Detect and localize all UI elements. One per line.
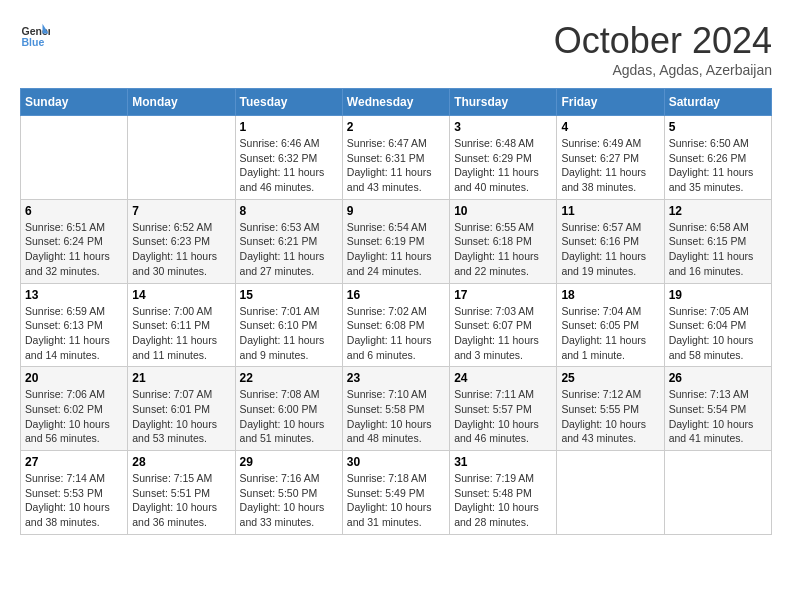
day-number: 13	[25, 288, 123, 302]
calendar-cell: 4Sunrise: 6:49 AMSunset: 6:27 PMDaylight…	[557, 116, 664, 200]
calendar-cell: 7Sunrise: 6:52 AMSunset: 6:23 PMDaylight…	[128, 199, 235, 283]
day-info: Sunrise: 6:54 AMSunset: 6:19 PMDaylight:…	[347, 220, 445, 279]
calendar-cell: 23Sunrise: 7:10 AMSunset: 5:58 PMDayligh…	[342, 367, 449, 451]
calendar-cell: 9Sunrise: 6:54 AMSunset: 6:19 PMDaylight…	[342, 199, 449, 283]
day-info: Sunrise: 7:04 AMSunset: 6:05 PMDaylight:…	[561, 304, 659, 363]
day-info: Sunrise: 7:10 AMSunset: 5:58 PMDaylight:…	[347, 387, 445, 446]
weekday-header-saturday: Saturday	[664, 89, 771, 116]
calendar-cell: 15Sunrise: 7:01 AMSunset: 6:10 PMDayligh…	[235, 283, 342, 367]
weekday-header-friday: Friday	[557, 89, 664, 116]
day-number: 28	[132, 455, 230, 469]
day-number: 23	[347, 371, 445, 385]
day-info: Sunrise: 6:46 AMSunset: 6:32 PMDaylight:…	[240, 136, 338, 195]
day-info: Sunrise: 7:16 AMSunset: 5:50 PMDaylight:…	[240, 471, 338, 530]
day-info: Sunrise: 6:55 AMSunset: 6:18 PMDaylight:…	[454, 220, 552, 279]
calendar-cell: 8Sunrise: 6:53 AMSunset: 6:21 PMDaylight…	[235, 199, 342, 283]
day-info: Sunrise: 6:51 AMSunset: 6:24 PMDaylight:…	[25, 220, 123, 279]
day-number: 20	[25, 371, 123, 385]
weekday-header-wednesday: Wednesday	[342, 89, 449, 116]
day-number: 10	[454, 204, 552, 218]
day-number: 12	[669, 204, 767, 218]
day-number: 18	[561, 288, 659, 302]
day-number: 31	[454, 455, 552, 469]
day-number: 29	[240, 455, 338, 469]
logo: General Blue	[20, 20, 50, 50]
day-info: Sunrise: 7:06 AMSunset: 6:02 PMDaylight:…	[25, 387, 123, 446]
calendar-cell: 1Sunrise: 6:46 AMSunset: 6:32 PMDaylight…	[235, 116, 342, 200]
calendar-cell	[128, 116, 235, 200]
calendar-cell: 29Sunrise: 7:16 AMSunset: 5:50 PMDayligh…	[235, 451, 342, 535]
day-number: 30	[347, 455, 445, 469]
day-info: Sunrise: 7:19 AMSunset: 5:48 PMDaylight:…	[454, 471, 552, 530]
calendar-cell: 5Sunrise: 6:50 AMSunset: 6:26 PMDaylight…	[664, 116, 771, 200]
weekday-header-thursday: Thursday	[450, 89, 557, 116]
day-number: 25	[561, 371, 659, 385]
day-info: Sunrise: 6:57 AMSunset: 6:16 PMDaylight:…	[561, 220, 659, 279]
day-info: Sunrise: 7:13 AMSunset: 5:54 PMDaylight:…	[669, 387, 767, 446]
day-info: Sunrise: 7:08 AMSunset: 6:00 PMDaylight:…	[240, 387, 338, 446]
calendar-cell: 24Sunrise: 7:11 AMSunset: 5:57 PMDayligh…	[450, 367, 557, 451]
day-info: Sunrise: 6:47 AMSunset: 6:31 PMDaylight:…	[347, 136, 445, 195]
day-number: 4	[561, 120, 659, 134]
svg-text:Blue: Blue	[22, 36, 45, 48]
calendar-cell: 6Sunrise: 6:51 AMSunset: 6:24 PMDaylight…	[21, 199, 128, 283]
day-number: 5	[669, 120, 767, 134]
day-info: Sunrise: 6:53 AMSunset: 6:21 PMDaylight:…	[240, 220, 338, 279]
day-number: 27	[25, 455, 123, 469]
calendar-cell: 20Sunrise: 7:06 AMSunset: 6:02 PMDayligh…	[21, 367, 128, 451]
calendar-cell: 25Sunrise: 7:12 AMSunset: 5:55 PMDayligh…	[557, 367, 664, 451]
calendar-cell	[21, 116, 128, 200]
day-number: 7	[132, 204, 230, 218]
logo-icon: General Blue	[20, 20, 50, 50]
calendar-cell: 3Sunrise: 6:48 AMSunset: 6:29 PMDaylight…	[450, 116, 557, 200]
calendar-cell: 30Sunrise: 7:18 AMSunset: 5:49 PMDayligh…	[342, 451, 449, 535]
day-info: Sunrise: 7:03 AMSunset: 6:07 PMDaylight:…	[454, 304, 552, 363]
day-info: Sunrise: 7:01 AMSunset: 6:10 PMDaylight:…	[240, 304, 338, 363]
calendar-cell: 10Sunrise: 6:55 AMSunset: 6:18 PMDayligh…	[450, 199, 557, 283]
month-title: October 2024	[554, 20, 772, 62]
calendar-table: SundayMondayTuesdayWednesdayThursdayFrid…	[20, 88, 772, 535]
calendar-cell: 27Sunrise: 7:14 AMSunset: 5:53 PMDayligh…	[21, 451, 128, 535]
calendar-cell: 11Sunrise: 6:57 AMSunset: 6:16 PMDayligh…	[557, 199, 664, 283]
calendar-cell: 18Sunrise: 7:04 AMSunset: 6:05 PMDayligh…	[557, 283, 664, 367]
day-info: Sunrise: 7:00 AMSunset: 6:11 PMDaylight:…	[132, 304, 230, 363]
day-number: 1	[240, 120, 338, 134]
day-info: Sunrise: 6:50 AMSunset: 6:26 PMDaylight:…	[669, 136, 767, 195]
calendar-cell: 12Sunrise: 6:58 AMSunset: 6:15 PMDayligh…	[664, 199, 771, 283]
day-info: Sunrise: 6:48 AMSunset: 6:29 PMDaylight:…	[454, 136, 552, 195]
day-info: Sunrise: 7:18 AMSunset: 5:49 PMDaylight:…	[347, 471, 445, 530]
day-info: Sunrise: 6:52 AMSunset: 6:23 PMDaylight:…	[132, 220, 230, 279]
calendar-cell: 28Sunrise: 7:15 AMSunset: 5:51 PMDayligh…	[128, 451, 235, 535]
calendar-cell: 14Sunrise: 7:00 AMSunset: 6:11 PMDayligh…	[128, 283, 235, 367]
calendar-cell: 2Sunrise: 6:47 AMSunset: 6:31 PMDaylight…	[342, 116, 449, 200]
day-number: 26	[669, 371, 767, 385]
calendar-cell: 19Sunrise: 7:05 AMSunset: 6:04 PMDayligh…	[664, 283, 771, 367]
day-info: Sunrise: 7:02 AMSunset: 6:08 PMDaylight:…	[347, 304, 445, 363]
day-number: 6	[25, 204, 123, 218]
day-number: 22	[240, 371, 338, 385]
weekday-header-monday: Monday	[128, 89, 235, 116]
calendar-cell: 16Sunrise: 7:02 AMSunset: 6:08 PMDayligh…	[342, 283, 449, 367]
day-number: 2	[347, 120, 445, 134]
day-info: Sunrise: 6:49 AMSunset: 6:27 PMDaylight:…	[561, 136, 659, 195]
day-number: 21	[132, 371, 230, 385]
calendar-cell: 17Sunrise: 7:03 AMSunset: 6:07 PMDayligh…	[450, 283, 557, 367]
day-info: Sunrise: 7:14 AMSunset: 5:53 PMDaylight:…	[25, 471, 123, 530]
day-number: 17	[454, 288, 552, 302]
calendar-cell: 26Sunrise: 7:13 AMSunset: 5:54 PMDayligh…	[664, 367, 771, 451]
title-area: October 2024 Agdas, Agdas, Azerbaijan	[554, 20, 772, 78]
day-number: 3	[454, 120, 552, 134]
day-info: Sunrise: 7:15 AMSunset: 5:51 PMDaylight:…	[132, 471, 230, 530]
day-number: 14	[132, 288, 230, 302]
page-header: General Blue October 2024 Agdas, Agdas, …	[20, 20, 772, 78]
day-number: 24	[454, 371, 552, 385]
calendar-cell	[557, 451, 664, 535]
weekday-header-tuesday: Tuesday	[235, 89, 342, 116]
calendar-cell: 13Sunrise: 6:59 AMSunset: 6:13 PMDayligh…	[21, 283, 128, 367]
calendar-cell	[664, 451, 771, 535]
calendar-cell: 22Sunrise: 7:08 AMSunset: 6:00 PMDayligh…	[235, 367, 342, 451]
location: Agdas, Agdas, Azerbaijan	[554, 62, 772, 78]
day-info: Sunrise: 6:59 AMSunset: 6:13 PMDaylight:…	[25, 304, 123, 363]
day-info: Sunrise: 6:58 AMSunset: 6:15 PMDaylight:…	[669, 220, 767, 279]
day-number: 8	[240, 204, 338, 218]
